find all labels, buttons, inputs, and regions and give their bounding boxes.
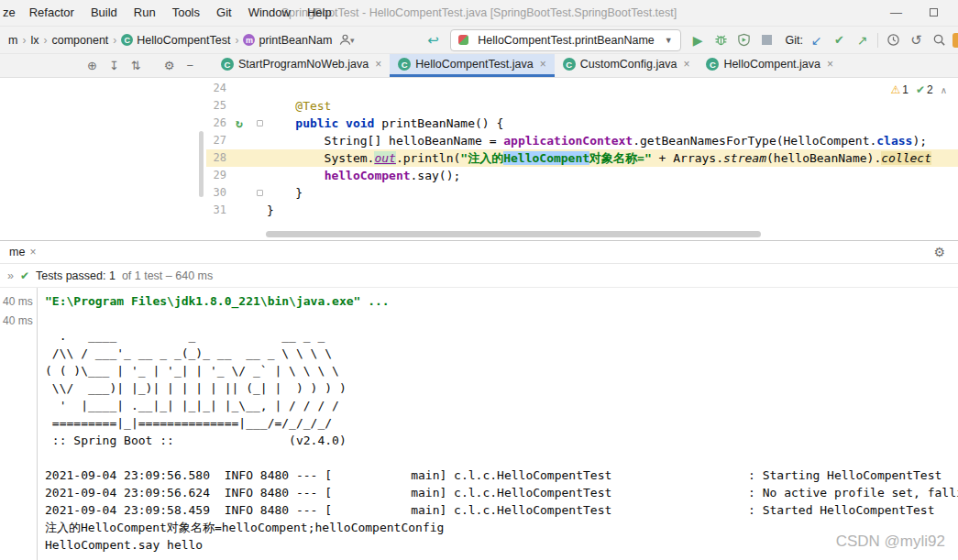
chevron-down-icon: ▼ [665,36,673,45]
debug-button[interactable] [710,29,732,51]
clock-history-icon[interactable] [882,29,905,51]
line-number[interactable]: 26 [206,115,226,132]
close-icon[interactable]: × [29,246,36,258]
title-bar: zeRefactorBuildRunToolsGitWindowHelp Spr… [0,0,958,26]
git-update-icon[interactable]: ↙ [805,29,828,51]
test-duration[interactable]: 40 ms [0,312,37,331]
breadcrumb-label: lx [30,34,39,47]
code-token: helloCompent [325,169,411,182]
gear-icon[interactable]: ⚙ [164,60,175,71]
inspections-widget[interactable]: ⚠1 ✔2 ∧ [890,83,947,96]
search-icon[interactable] [928,29,951,51]
undo-icon[interactable]: ↺ [905,29,928,51]
git-commit-icon[interactable]: ✔ [828,29,851,51]
editor-tab-label: HelloCompent.java [723,58,820,71]
class-icon: C [563,58,576,71]
close-tab-icon[interactable]: × [375,58,381,71]
toolbar-divider [877,33,878,48]
code-line-text: String[] helloBeanName = applicationCont… [267,132,927,149]
menu-item-run[interactable]: Run [126,0,164,26]
menu-item-help[interactable]: Help [299,0,340,26]
gear-icon[interactable]: ⚙ [933,245,958,259]
menu-item-window[interactable]: Window [240,0,299,26]
line-number[interactable]: 31 [206,202,226,219]
line-number[interactable]: 24 [206,80,226,97]
stop-button[interactable] [755,29,778,51]
editor-tab-HelloCompent.java[interactable]: CHelloCompent.java× [698,54,842,77]
menu-item-build[interactable]: Build [83,0,126,26]
breadcrumb-separator: › [113,34,116,47]
git-push-icon[interactable]: ↗ [851,29,874,51]
breadcrumb-item-lx[interactable]: lx [28,32,41,49]
code-editor[interactable]: 2425 @Test26↻ public void printBeanName(… [206,78,958,240]
console-output[interactable]: "E:\Program Files\jdk1.8.0_221\bin\java.… [38,288,958,560]
line-number[interactable]: 25 [206,97,226,115]
code-line-28[interactable]: 28 System.out.println("注入的HelloCompent对象… [206,149,958,167]
close-tab-icon[interactable]: × [827,58,833,71]
code-line-27[interactable]: 27 String[] helloBeanName = applicationC… [206,132,958,149]
run-configuration-label: HelloCompentTest.printBeanName [474,34,659,47]
class-icon: C [706,58,719,71]
close-tab-icon[interactable]: × [540,58,546,71]
hide-panel-icon[interactable]: − [186,60,193,71]
close-tab-icon[interactable]: × [683,58,689,71]
project-pane-scrollbar[interactable] [199,131,204,197]
code-line-30[interactable]: 30 } [206,184,958,202]
breadcrumb-item-HelloCompentTest[interactable]: CHelloCompentTest [118,32,233,49]
run-panel-tab[interactable]: me × [0,241,45,263]
editor-tab-bar: ⊕ ↧ ⇅ ⚙ − CStartProgramNoWeb.java×CHello… [0,53,958,77]
gutter-icon-area [226,80,252,97]
line-number[interactable]: 28 [206,149,226,167]
notification-stripe[interactable] [952,33,958,48]
code-line-26[interactable]: 26↻ public void printBeanName() { [206,115,958,132]
line-number[interactable]: 29 [206,167,226,184]
breadcrumb-label: m [8,34,17,47]
code-token: .println( [396,151,460,165]
test-tree[interactable]: 40 ms40 ms [0,288,38,560]
coverage-button[interactable] [732,29,755,51]
console-line: 2021-09-04 23:09:58.459 INFO 8480 --- [ … [45,501,958,519]
editor-tab-StartProgramNoWeb.java[interactable]: CStartProgramNoWeb.java× [213,54,390,77]
run-test-gutter-icon[interactable]: ↻ [236,116,243,130]
horizontal-scrollbar[interactable] [266,231,761,237]
fold-marker-icon[interactable] [257,120,263,126]
console-line: 2021-09-04 23:09:56.624 INFO 8480 --- [ … [45,484,958,501]
breadcrumb-label: component [51,34,108,47]
code-line-25[interactable]: 25 @Test [206,97,958,115]
code-line-31[interactable]: 31} [206,202,958,219]
locate-icon[interactable]: ⊕ [87,60,97,71]
breadcrumb-item-printBeanNam[interactable]: mprintBeanNam [240,32,335,49]
fold-marker-icon[interactable] [257,190,263,196]
maximize-button[interactable] [930,0,938,26]
run-button[interactable]: ▶ [687,29,710,51]
breadcrumb-item-component[interactable]: component [49,32,111,49]
fold-area [252,202,267,219]
menu-item-git[interactable]: Git [208,0,240,26]
code-line-29[interactable]: 29 helloCompent.say(); [206,167,958,184]
users-icon[interactable]: ▾ [335,29,358,51]
breadcrumb-item-m[interactable]: m [6,32,20,49]
expand-chevrons-icon[interactable]: » [7,269,14,282]
expand-collapse-icon[interactable]: ⇅ [131,60,141,71]
editor-tab-HelloCompentTest.java[interactable]: CHelloCompentTest.java× [390,54,555,77]
run-panel-tab-bar: me × ⚙ [0,241,958,264]
window-controls: — [890,0,958,26]
menu-item-ze[interactable]: ze [0,0,21,26]
line-number[interactable]: 27 [206,132,226,149]
line-number[interactable]: 30 [206,184,226,202]
tests-detail-text: of 1 test – 640 ms [122,269,213,282]
scroll-to-source-icon[interactable]: ↧ [109,60,119,71]
editor-tab-CustomConfig.java[interactable]: CCustomConfig.java× [555,54,699,77]
run-configuration-select[interactable]: HelloCompentTest.printBeanName ▼ [450,29,681,51]
gutter-icon-area [226,167,252,184]
code-token: collect [881,151,931,165]
chevron-up-icon[interactable]: ∧ [941,85,947,95]
back-arrow-icon[interactable]: ↩ [423,32,445,49]
minimize-button[interactable]: — [890,0,902,26]
code-line-text: helloCompent.say(); [267,167,460,184]
menu-item-refactor[interactable]: Refactor [21,0,83,26]
run-panel-body: 40 ms40 ms "E:\Program Files\jdk1.8.0_22… [0,288,958,560]
menu-item-tools[interactable]: Tools [164,0,208,26]
code-line-24[interactable]: 24 [206,80,958,97]
test-duration[interactable]: 40 ms [0,292,37,312]
